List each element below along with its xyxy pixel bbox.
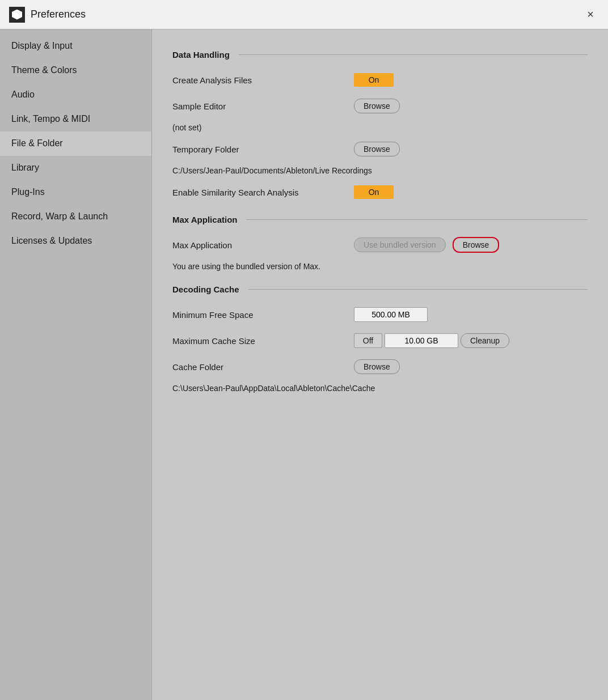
- max-cache-size-input[interactable]: [385, 333, 458, 348]
- app-logo: [9, 7, 25, 23]
- sidebar: Display & Input Theme & Colors Audio Lin…: [0, 29, 152, 700]
- close-button[interactable]: ×: [582, 6, 599, 23]
- sidebar-item-link-tempo-midi[interactable]: Link, Tempo & MIDI: [0, 107, 151, 131]
- max-application-row: Max Application Use bundled version Brow…: [172, 236, 588, 254]
- max-cache-size-controls: Off Cleanup: [354, 333, 509, 348]
- max-cache-off-button[interactable]: Off: [354, 333, 382, 348]
- max-cache-size-label: Maximum Cache Size: [172, 336, 354, 346]
- max-application-header: Max Application: [172, 215, 588, 224]
- sidebar-item-audio[interactable]: Audio: [0, 83, 151, 107]
- min-free-space-input[interactable]: [354, 307, 428, 322]
- main-content: Data Handling Create Analysis Files On S…: [152, 29, 608, 700]
- sample-editor-row: Sample Editor Browse: [172, 97, 588, 115]
- similarity-search-on-button[interactable]: On: [354, 185, 394, 199]
- decoding-cache-title: Decoding Cache: [172, 285, 239, 294]
- preferences-window: Preferences × Display & Input Theme & Co…: [0, 0, 608, 700]
- sidebar-item-plug-ins[interactable]: Plug-Ins: [0, 180, 151, 205]
- similarity-search-row: Enable Similarity Search Analysis On: [172, 183, 588, 201]
- temporary-folder-browse-button[interactable]: Browse: [354, 142, 400, 156]
- decoding-cache-header: Decoding Cache: [172, 285, 588, 294]
- sidebar-item-licenses-updates[interactable]: Licenses & Updates: [0, 229, 151, 253]
- min-free-space-label: Minimum Free Space: [172, 310, 354, 320]
- data-handling-title: Data Handling: [172, 50, 230, 60]
- decoding-cache-section: Decoding Cache Minimum Free Space Maximu…: [172, 285, 588, 393]
- sidebar-item-theme-colors[interactable]: Theme & Colors: [0, 58, 151, 83]
- sample-editor-sub-text: (not set): [172, 123, 588, 132]
- max-cache-size-row: Maximum Cache Size Off Cleanup: [172, 332, 588, 350]
- max-application-sub-text: You are using the bundled version of Max…: [172, 262, 588, 271]
- title-bar-left: Preferences: [9, 7, 86, 23]
- max-application-label: Max Application: [172, 240, 354, 250]
- cache-folder-path: C:\Users\Jean-Paul\AppData\Local\Ableton…: [172, 384, 588, 393]
- min-free-space-row: Minimum Free Space: [172, 306, 588, 324]
- sidebar-item-record-warp-launch[interactable]: Record, Warp & Launch: [0, 205, 151, 229]
- cache-folder-row: Cache Folder Browse: [172, 358, 588, 376]
- sidebar-item-library[interactable]: Library: [0, 156, 151, 180]
- temporary-folder-label: Temporary Folder: [172, 145, 354, 154]
- max-application-controls: Use bundled version Browse: [354, 237, 499, 253]
- sample-editor-browse-button[interactable]: Browse: [354, 99, 400, 113]
- sidebar-item-display-input[interactable]: Display & Input: [0, 34, 151, 58]
- create-analysis-on-button[interactable]: On: [354, 73, 394, 87]
- cache-folder-browse-button[interactable]: Browse: [354, 359, 400, 374]
- data-handling-header: Data Handling: [172, 50, 588, 60]
- sidebar-item-file-folder[interactable]: File & Folder: [0, 131, 151, 156]
- create-analysis-label: Create Analysis Files: [172, 75, 354, 85]
- max-application-divider: [246, 219, 588, 220]
- data-handling-section: Data Handling Create Analysis Files On S…: [172, 50, 588, 201]
- similarity-search-label: Enable Similarity Search Analysis: [172, 188, 354, 197]
- app-logo-icon: [12, 10, 22, 20]
- cleanup-button[interactable]: Cleanup: [461, 333, 509, 348]
- temporary-folder-path: C:/Users/Jean-Paul/Documents/Ableton/Liv…: [172, 166, 588, 175]
- sample-editor-label: Sample Editor: [172, 101, 354, 111]
- title-bar: Preferences ×: [0, 0, 608, 29]
- max-application-section: Max Application Max Application Use bund…: [172, 215, 588, 271]
- cache-folder-label: Cache Folder: [172, 362, 354, 372]
- data-handling-divider: [239, 54, 588, 55]
- temporary-folder-row: Temporary Folder Browse: [172, 140, 588, 158]
- window-title: Preferences: [31, 9, 86, 20]
- content-area: Display & Input Theme & Colors Audio Lin…: [0, 29, 608, 700]
- decoding-cache-divider: [248, 289, 588, 290]
- max-application-browse-button[interactable]: Browse: [453, 237, 500, 253]
- use-bundled-button[interactable]: Use bundled version: [354, 237, 446, 252]
- create-analysis-row: Create Analysis Files On: [172, 71, 588, 89]
- max-application-title: Max Application: [172, 215, 237, 224]
